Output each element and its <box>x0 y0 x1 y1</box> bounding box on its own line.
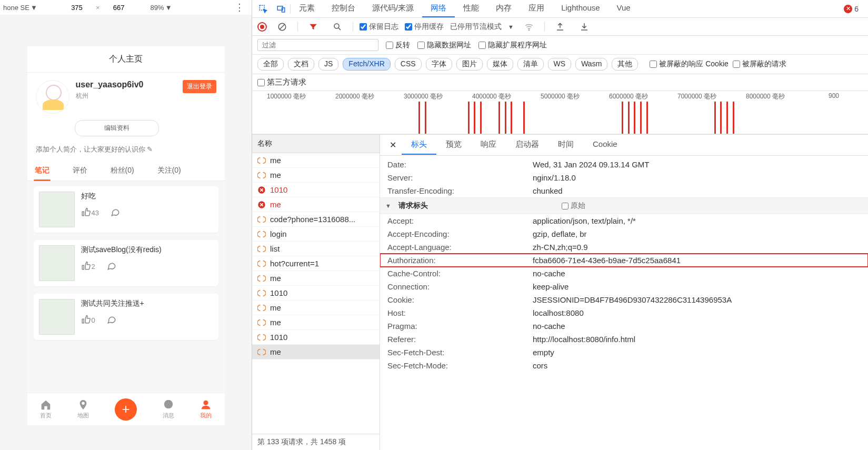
edit-profile-button[interactable]: 编辑资料 <box>75 120 159 136</box>
devtools-tab-4[interactable]: 性能 <box>455 0 487 17</box>
blocked-req-checkbox[interactable]: 被屏蔽的请求 <box>733 59 786 69</box>
header-row: Sec-Fetch-Mode:cors <box>380 359 868 372</box>
upload-icon[interactable] <box>551 20 569 34</box>
like-button[interactable]: 2 <box>81 261 95 272</box>
nav-message[interactable]: 消息 <box>163 399 174 419</box>
avatar[interactable] <box>36 80 69 114</box>
comment-icon[interactable] <box>107 261 116 272</box>
detail-tab-2[interactable]: 响应 <box>471 135 506 155</box>
type-chip-清单[interactable]: 清单 <box>517 58 544 71</box>
close-icon[interactable]: ✕ <box>384 137 402 153</box>
detail-tab-5[interactable]: Cookie <box>583 135 627 155</box>
detail-tab-0[interactable]: 标头 <box>402 135 436 155</box>
request-row[interactable]: 1010 <box>252 330 380 345</box>
devtools-tab-2[interactable]: 源代码/来源 <box>364 0 422 17</box>
download-icon[interactable] <box>575 20 593 34</box>
blocked-cookie-checkbox[interactable]: 被屏蔽的响应 Cookie <box>650 59 728 69</box>
type-chip-媒体[interactable]: 媒体 <box>487 58 513 71</box>
request-row[interactable]: me <box>252 301 380 315</box>
nav-home[interactable]: 首页 <box>40 399 52 419</box>
zoom-select[interactable]: 89%▼ <box>151 4 193 12</box>
type-chip-CSS[interactable]: CSS <box>395 58 422 71</box>
type-chip-全部[interactable]: 全部 <box>257 58 284 71</box>
third-party-checkbox[interactable]: 第三方请求 <box>257 77 306 87</box>
request-row[interactable]: hot?current=1 <box>252 256 380 271</box>
tab-notes[interactable]: 笔记 <box>34 161 51 181</box>
height-input[interactable] <box>103 4 135 12</box>
tab-reviews[interactable]: 评价 <box>72 161 88 181</box>
post-card[interactable]: 测试共同关注推送+0 <box>34 294 218 340</box>
filter-icon[interactable] <box>304 20 322 34</box>
posts-list[interactable]: 好吃43测试saveBlog(没有redis)2测试共同关注推送+0 <box>27 181 225 425</box>
request-row[interactable]: code?phone=1316088... <box>252 212 380 227</box>
raw-checkbox[interactable]: 原始 <box>562 201 585 211</box>
wifi-icon[interactable] <box>520 20 538 34</box>
throttle-select[interactable]: 已停用节流模式 <box>450 22 502 32</box>
devtools-tab-7[interactable]: Lighthouse <box>553 0 608 17</box>
device-mode-icon[interactable] <box>272 2 290 16</box>
logout-button[interactable]: 退出登录 <box>183 80 216 93</box>
svg-point-1 <box>204 401 207 405</box>
header-row: Cookie:JSESSIONID=DB4F7B496D9307432286C3… <box>380 293 868 306</box>
invert-checkbox[interactable]: 反转 <box>386 41 410 50</box>
preserve-log-checkbox[interactable]: 保留日志 <box>360 22 398 32</box>
request-row[interactable]: me <box>252 197 380 212</box>
type-chip-Wasm[interactable]: Wasm <box>575 58 607 71</box>
hide-ext-checkbox[interactable]: 隐藏扩展程序网址 <box>478 41 547 50</box>
request-row[interactable]: 1010 <box>252 286 380 301</box>
devtools-tab-8[interactable]: Vue <box>608 0 639 17</box>
post-card[interactable]: 测试saveBlog(没有redis)2 <box>34 240 218 286</box>
devtools-tab-6[interactable]: 应用 <box>520 0 553 17</box>
like-button[interactable]: 43 <box>81 207 99 218</box>
type-chip-WS[interactable]: WS <box>548 58 572 71</box>
type-chip-图片[interactable]: 图片 <box>456 58 483 71</box>
request-rows[interactable]: meme1010mecode?phone=1316088...loginlist… <box>252 153 380 434</box>
like-button[interactable]: 0 <box>81 315 95 326</box>
request-row[interactable]: me <box>252 345 380 359</box>
comment-icon[interactable] <box>107 315 116 326</box>
type-chip-Fetch/XHR[interactable]: Fetch/XHR <box>343 58 390 71</box>
detail-tab-1[interactable]: 预览 <box>436 135 471 155</box>
more-menu-icon[interactable]: ⋮ <box>231 2 248 13</box>
width-input[interactable] <box>61 4 93 12</box>
hide-data-checkbox[interactable]: 隐藏数据网址 <box>417 41 471 50</box>
request-row[interactable]: me <box>252 315 380 330</box>
request-row[interactable]: me <box>252 168 380 183</box>
name-column-header[interactable]: 名称 <box>252 135 380 153</box>
request-row[interactable]: me <box>252 153 380 168</box>
request-row[interactable]: login <box>252 227 380 242</box>
nav-me[interactable]: 我的 <box>200 399 212 419</box>
detail-tab-4[interactable]: 时间 <box>548 135 583 155</box>
network-timeline[interactable]: 1000000 毫秒2000000 毫秒3000000 毫秒4000000 毫秒… <box>252 91 868 134</box>
devtools-tab-5[interactable]: 内存 <box>487 0 520 17</box>
type-chip-JS[interactable]: JS <box>318 58 338 71</box>
nav-add-button[interactable]: + <box>115 398 137 421</box>
tab-following[interactable]: 关注(0) <box>156 161 182 181</box>
search-icon[interactable] <box>328 20 346 34</box>
request-row[interactable]: me <box>252 271 380 286</box>
comment-icon[interactable] <box>111 207 120 218</box>
nav-map[interactable]: 地图 <box>77 399 89 419</box>
post-card[interactable]: 好吃43 <box>34 186 218 233</box>
type-chip-字体[interactable]: 字体 <box>426 58 452 71</box>
type-chip-文档[interactable]: 文档 <box>288 58 314 71</box>
filter-input[interactable] <box>257 39 378 51</box>
devtools-tab-3[interactable]: 网络 <box>422 0 455 17</box>
request-row[interactable]: 1010 <box>252 183 380 197</box>
inspect-icon[interactable] <box>254 2 272 16</box>
record-button[interactable] <box>257 22 267 32</box>
clear-icon[interactable] <box>273 20 291 34</box>
error-badge[interactable]: ✕6 <box>844 5 866 13</box>
devtools-tab-1[interactable]: 控制台 <box>323 0 364 17</box>
detail-tab-3[interactable]: 启动器 <box>506 135 548 155</box>
chevron-down-icon[interactable]: ▼ <box>508 24 514 30</box>
request-headers-section[interactable]: ▼请求标头 原始 <box>380 197 868 214</box>
disable-cache-checkbox[interactable]: 停用缓存 <box>405 22 444 32</box>
device-select[interactable]: hone SE▼ <box>3 4 45 12</box>
bio-prompt[interactable]: 添加个人简介，让大家更好的认识你 ✎ <box>27 136 225 161</box>
request-row[interactable]: list <box>252 242 380 256</box>
headers-body[interactable]: Date:Wed, 31 Jan 2024 09.13.14 GMTServer… <box>380 156 868 450</box>
tab-followers[interactable]: 粉丝(0) <box>109 161 135 181</box>
type-chip-其他[interactable]: 其他 <box>612 58 638 71</box>
devtools-tab-0[interactable]: 元素 <box>291 0 323 17</box>
